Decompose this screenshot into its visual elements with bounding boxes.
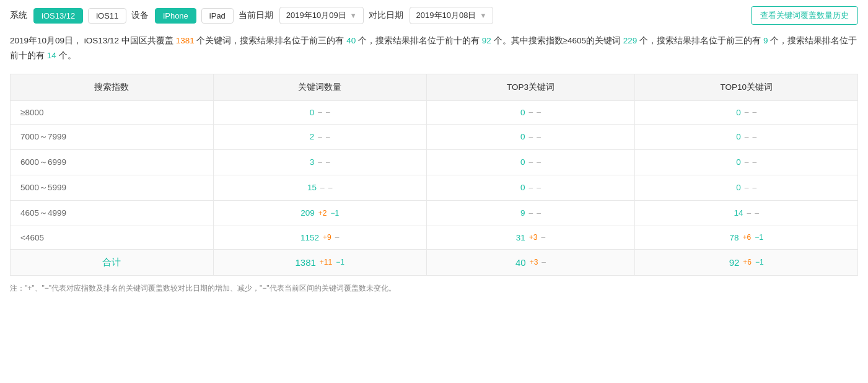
summary-high-top10: 14 xyxy=(47,51,56,60)
summary-system: iOS13/12 xyxy=(84,36,119,45)
cell-count: 0 xyxy=(520,132,525,141)
cell-minus-dash: – xyxy=(752,108,756,117)
cell-minus-dash: – xyxy=(335,233,340,242)
cell-minus-dash: – xyxy=(752,183,756,192)
cell-plus: +2 xyxy=(318,209,327,218)
ipad-tag[interactable]: iPad xyxy=(201,8,234,24)
summary-high-top3: 9 xyxy=(763,36,768,45)
cell-minus-dash: – xyxy=(326,133,330,141)
cell-plus: +11 xyxy=(320,258,332,266)
summary-region: 中国区共覆盖 xyxy=(121,36,173,45)
cell-count: 15 xyxy=(307,183,317,192)
cell-count: 9 xyxy=(520,208,525,218)
cell-plus: +9 xyxy=(323,233,331,242)
col-header-top10: TOP10关键词 xyxy=(635,74,858,100)
cell-count: 31 xyxy=(516,233,525,242)
footer-note: 注："+"、"−"代表对应指数及排名的关键词覆盖数较对比日期的增加、减少，"−"… xyxy=(10,283,858,294)
cell-minus-dash: – xyxy=(752,158,756,167)
cell-minus-dash: – xyxy=(537,183,541,192)
device-label: 设备 xyxy=(131,10,149,21)
cell-minus-dash: – xyxy=(326,158,330,167)
cell-plus-dash: – xyxy=(529,133,533,141)
col-header-kw-count: 关键词数量 xyxy=(213,74,426,100)
summary-mid2: 个，搜索结果排名位于前十的有 xyxy=(358,36,480,45)
cell-minus-dash: – xyxy=(537,133,541,141)
table-row: 5000～599915––0––0–– xyxy=(11,175,858,200)
cell-plus-dash: – xyxy=(529,209,533,218)
compare-date-arrow-icon: ▼ xyxy=(480,12,486,19)
cell-plus-dash: – xyxy=(529,183,533,192)
current-date-picker[interactable]: 2019年10月09日 ▼ xyxy=(279,7,364,24)
cell-plus-dash: – xyxy=(745,108,749,117)
summary-top3: 40 xyxy=(346,36,356,45)
cell-minus: −1 xyxy=(336,258,344,266)
ios11-tag[interactable]: iOS11 xyxy=(88,8,126,24)
compare-date-label: 对比日期 xyxy=(369,10,403,21)
cell-count: 3 xyxy=(310,157,315,167)
total-row: 合计1381+11−140+3–92+6−1 xyxy=(11,249,858,275)
compare-date-value: 2019年10月08日 xyxy=(416,10,476,21)
cell-count: 40 xyxy=(515,257,526,268)
cell-plus-dash: – xyxy=(745,133,749,141)
range-cell: 4605～4999 xyxy=(11,200,214,226)
col-header-range: 搜索指数 xyxy=(11,74,214,100)
cell-minus-dash: – xyxy=(537,209,541,218)
cell-plus-dash: – xyxy=(529,158,533,167)
summary-mid3: 个。其中搜索指数≥4605的关键词 xyxy=(494,36,621,45)
ios13-tag[interactable]: iOS13/12 xyxy=(33,8,83,24)
cell-plus-dash: – xyxy=(747,209,751,218)
table-row: 7000～79992––0––0–– xyxy=(11,124,858,149)
cell-minus-dash: – xyxy=(755,209,759,218)
total-label: 合计 xyxy=(11,249,214,275)
table-row: <46051152+9–31+3–78+6−1 xyxy=(11,226,858,249)
cell-minus-dash: – xyxy=(328,183,333,192)
cell-count: 209 xyxy=(300,208,315,218)
current-date-value: 2019年10月09日 xyxy=(286,10,346,21)
cell-count: 92 xyxy=(729,257,740,268)
cell-count: 1381 xyxy=(295,257,315,268)
cell-plus-dash: – xyxy=(320,183,325,192)
range-cell: 6000～6999 xyxy=(11,149,214,175)
summary-high-idx: 229 xyxy=(623,36,638,45)
cell-minus: −1 xyxy=(755,258,764,266)
cell-minus-dash: – xyxy=(752,133,756,141)
summary-mid4: 个，搜索结果排名位于前三的有 xyxy=(639,36,761,45)
cell-count: 0 xyxy=(520,108,525,117)
cell-plus-dash: – xyxy=(318,158,322,167)
cell-count: 2 xyxy=(310,132,315,141)
col-header-top3: TOP3关键词 xyxy=(426,74,635,100)
summary-text: 2019年10月09日， iOS13/12 中国区共覆盖 1381 个关键词，搜… xyxy=(10,33,858,64)
cell-minus: −1 xyxy=(330,209,339,218)
summary-total-kw: 1381 xyxy=(176,36,195,45)
current-date-label: 当前日期 xyxy=(239,10,273,21)
summary-end: 个。 xyxy=(59,51,76,60)
summary-top10: 92 xyxy=(482,36,491,45)
cell-count: 0 xyxy=(736,183,741,192)
cell-plus-dash: – xyxy=(318,108,322,117)
cell-minus-dash: – xyxy=(541,233,546,242)
cell-minus-dash: – xyxy=(537,158,541,167)
cell-plus-dash: – xyxy=(745,158,749,167)
range-cell: 7000～7999 xyxy=(11,124,214,149)
cell-count: 0 xyxy=(310,108,315,117)
cell-plus: +3 xyxy=(530,258,538,266)
system-label: 系统 xyxy=(10,10,27,21)
history-button[interactable]: 查看关键词覆盖数量历史 xyxy=(751,6,858,25)
cell-minus-dash: – xyxy=(326,108,330,117)
cell-plus: +6 xyxy=(742,233,751,242)
cell-count: 1152 xyxy=(300,233,319,242)
range-cell: 5000～5999 xyxy=(11,175,214,200)
cell-minus-dash: – xyxy=(541,258,546,266)
cell-count: 0 xyxy=(520,183,525,192)
cell-count: 14 xyxy=(734,208,743,218)
table-row: 6000～69993––0––0–– xyxy=(11,149,858,175)
cell-plus: +3 xyxy=(529,233,538,242)
cell-minus-dash: – xyxy=(537,108,541,117)
compare-date-picker[interactable]: 2019年10月08日 ▼ xyxy=(410,7,494,24)
current-date-arrow-icon: ▼ xyxy=(350,12,357,19)
iphone-tag[interactable]: iPhone xyxy=(155,8,196,24)
table-header-row: 搜索指数 关键词数量 TOP3关键词 TOP10关键词 xyxy=(11,74,858,100)
data-table: 搜索指数 关键词数量 TOP3关键词 TOP10关键词 ≥80000––0––0… xyxy=(10,74,858,276)
cell-minus: −1 xyxy=(755,233,763,242)
cell-plus-dash: – xyxy=(318,133,322,141)
